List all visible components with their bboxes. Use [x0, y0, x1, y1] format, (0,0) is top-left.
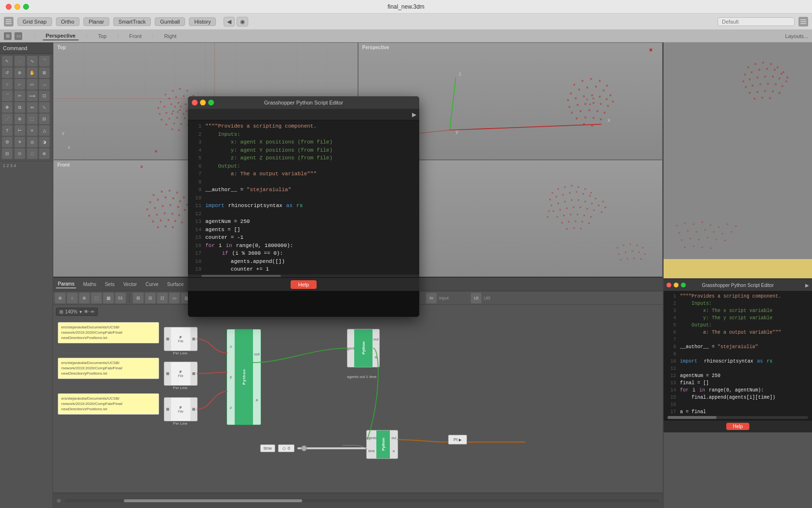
ortho-button[interactable]: Ortho: [56, 17, 80, 26]
small-tl-yellow[interactable]: [674, 283, 679, 287]
help-button[interactable]: Help: [291, 280, 317, 289]
gh-tab-surface[interactable]: Surface: [165, 281, 186, 288]
minimize-button[interactable]: [14, 4, 20, 10]
close-button[interactable]: [6, 4, 12, 10]
arc-tool[interactable]: ⌓: [39, 79, 50, 90]
gumball-side-tool[interactable]: ⊕: [39, 148, 50, 159]
extend-tool[interactable]: ⟶: [27, 91, 38, 101]
tab-perspective[interactable]: Perspective: [43, 32, 79, 40]
sun-tool[interactable]: ☀: [14, 137, 25, 147]
scale-tool[interactable]: ⤡: [39, 102, 50, 113]
fillet-tool[interactable]: ⌒: [2, 91, 13, 101]
gh-tab-maths[interactable]: Maths: [81, 281, 98, 288]
grid-snap-button[interactable]: Grid Snap: [17, 17, 52, 26]
file-node-2[interactable]: F File: [164, 362, 198, 386]
python-node-main[interactable]: x y z Python out a: [226, 329, 261, 425]
curve-tool[interactable]: ∿: [27, 56, 38, 66]
dim-tool[interactable]: ⊢: [14, 125, 25, 136]
sidebar-toggle[interactable]: [4, 17, 13, 26]
zoom-tool[interactable]: ⊕: [14, 67, 25, 78]
layer-tool[interactable]: ⊟: [2, 148, 13, 159]
gh-tool-1[interactable]: ⊗: [55, 293, 66, 303]
ungroup-tool[interactable]: ⊟: [39, 114, 50, 124]
small-editor-scrollbar[interactable]: [667, 416, 808, 419]
small-tl-green[interactable]: [681, 283, 686, 287]
hatch-tool[interactable]: ≡: [27, 125, 38, 136]
trim-tool[interactable]: ✂: [14, 91, 25, 101]
pt-node[interactable]: Pt ▶: [448, 435, 467, 444]
small-run-button[interactable]: ▶: [805, 283, 809, 288]
time-slider-thumb[interactable]: [301, 445, 307, 451]
gumball-button[interactable]: Gumball: [155, 17, 185, 26]
editor-tl-green[interactable]: [208, 100, 214, 105]
agents-node[interactable]: agents Python out a: [347, 329, 380, 367]
gh-tool-9[interactable]: ⊡: [157, 293, 168, 303]
zoom-dropdown-icon[interactable]: ▾: [80, 309, 82, 314]
tab-front[interactable]: Front: [126, 32, 145, 40]
explode-tool[interactable]: ⋰: [2, 114, 13, 124]
search-input[interactable]: [718, 17, 795, 26]
editor-run-button[interactable]: ▶: [412, 111, 416, 118]
gh-tool-5[interactable]: ▦: [103, 293, 114, 303]
gh-tool-6[interactable]: 01: [115, 293, 126, 303]
history-button[interactable]: History: [189, 17, 216, 26]
extent-tool[interactable]: ⊠: [39, 67, 50, 78]
gh-tab-sets[interactable]: Sets: [103, 281, 117, 288]
tab-right[interactable]: Right: [161, 32, 180, 40]
gh-tool-4[interactable]: ⬚: [91, 293, 102, 303]
osnap-tool[interactable]: ◌: [27, 148, 38, 159]
file-node-1[interactable]: F File: [164, 327, 198, 351]
gh-tab-vector[interactable]: Vector: [121, 281, 139, 288]
maximize-button[interactable]: [23, 4, 29, 10]
move-tool[interactable]: ✥: [2, 102, 13, 113]
material-tool[interactable]: ◑: [39, 137, 50, 147]
right-sidebar-toggle[interactable]: [799, 17, 808, 26]
gh-tool-2[interactable]: ○: [67, 293, 78, 303]
gh-tool-7[interactable]: ⊞: [133, 293, 144, 303]
frame-icon[interactable]: ▭: [14, 32, 22, 40]
gh-tab-curve[interactable]: Curve: [144, 281, 160, 288]
gh-tool-3[interactable]: ⊕: [79, 293, 90, 303]
join-tool[interactable]: ⊕: [14, 114, 25, 124]
polyline-tool[interactable]: ⌐: [14, 79, 25, 90]
analysis-tool[interactable]: ⚙: [2, 137, 13, 147]
gh-canvas[interactable]: ⊞ 140% ▾ 👁 ✏ ers/stejaraiulia/Documents/…: [53, 305, 663, 493]
layouts-button[interactable]: Layouts...: [785, 33, 808, 39]
zoom-eye-icon[interactable]: 👁: [84, 309, 89, 314]
nav-back-button[interactable]: ◀: [224, 17, 235, 26]
point-tool[interactable]: ·: [14, 56, 25, 66]
gh-tool-10[interactable]: ▭: [169, 293, 180, 303]
copy-tool[interactable]: ⧉: [14, 102, 25, 113]
pan-tool[interactable]: ✋: [27, 67, 38, 78]
rect-tool[interactable]: ▭: [27, 79, 38, 90]
editor-tl-red[interactable]: [192, 100, 198, 105]
time-slider-track[interactable]: [297, 447, 374, 449]
grid-icon[interactable]: ⊞: [4, 32, 12, 40]
small-help-button[interactable]: Help: [726, 423, 750, 430]
right-viewport[interactable]: ×××××× ××××××× ××××××× ×××××× ××××× ××× …: [664, 42, 812, 278]
gh-tool-24[interactable]: Ut: [471, 293, 481, 303]
zoom-toggle-icon[interactable]: ⊞: [59, 309, 63, 314]
small-tl-red[interactable]: [666, 283, 671, 287]
circle-tool[interactable]: ○: [2, 79, 13, 90]
offset-tool[interactable]: ⊡: [39, 91, 50, 101]
nav-forward-button[interactable]: ◉: [237, 17, 248, 26]
gh-tool-8[interactable]: ⊟: [145, 293, 156, 303]
tab-top[interactable]: Top: [95, 32, 109, 40]
lasso-tool[interactable]: ⌒: [39, 56, 50, 66]
agents-time-node[interactable]: agents time Python out a: [366, 430, 398, 459]
snap-tool[interactable]: ⊙: [14, 148, 25, 159]
bottom-scrollbar[interactable]: [65, 499, 659, 502]
gh-tab-params[interactable]: Params: [56, 280, 76, 288]
gh-tool-23[interactable]: In: [426, 293, 437, 303]
mirror-tool[interactable]: ⇔: [27, 102, 38, 113]
mesh-tool[interactable]: △: [39, 125, 50, 136]
text-tool[interactable]: T: [2, 125, 13, 136]
planar-button[interactable]: Planar: [83, 17, 109, 26]
select-tool[interactable]: ↖: [2, 56, 13, 66]
file-node-3[interactable]: F File: [164, 397, 198, 421]
editor-tl-yellow[interactable]: [200, 100, 206, 105]
time-value-display[interactable]: ◇ 0: [278, 444, 294, 452]
smarttrack-button[interactable]: SmartTrack: [113, 17, 151, 26]
rotate-tool[interactable]: ↺: [2, 67, 13, 78]
